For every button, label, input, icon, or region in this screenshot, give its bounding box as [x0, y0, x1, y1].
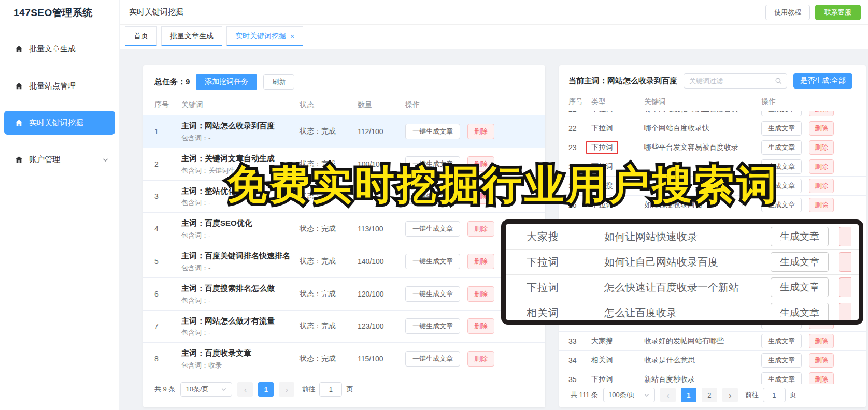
table-row[interactable]: 5 主词：百度关键词排名快速排名 包含词：- 状态：完成 140/100 一键生…: [143, 245, 545, 277]
row-index: 4: [154, 225, 181, 233]
tab-keyword-mining[interactable]: 实时关键词挖掘 ×: [226, 26, 303, 46]
delete-button[interactable]: 删除: [809, 334, 834, 348]
tab-batch-articles[interactable]: 批量文章生成: [161, 26, 222, 46]
delete-button[interactable]: 删除: [809, 353, 834, 368]
delete-button[interactable]: 删除: [809, 179, 834, 193]
chevron-down-icon: [102, 156, 109, 163]
table-row[interactable]: 6 主词：百度搜索排名怎么做 包含词：- 状态：完成 120/100 一键生成文…: [143, 277, 545, 310]
generate-article-button[interactable]: 生成文章: [761, 111, 802, 116]
col-actions: 操作: [405, 100, 534, 110]
table-row[interactable]: 4 主词：百度SEO优化 包含词：- 状态：完成 113/100 一键生成文章 …: [143, 212, 545, 245]
delete-button[interactable]: 删除: [809, 140, 834, 155]
page-size-select[interactable]: 10条/页: [180, 382, 232, 397]
task-title: 主词：网站怎么收录到百度: [181, 120, 300, 131]
topbar: 实时关键词挖掘 使用教程 联系客服: [120, 0, 868, 25]
tutorial-button[interactable]: 使用教程: [765, 5, 810, 20]
total-count-label: 共 111 条: [571, 390, 598, 400]
sidebar-item-batch-articles[interactable]: 批量文章生成: [0, 37, 119, 61]
home-icon: [15, 119, 23, 127]
table-row[interactable]: 7 主词：网站怎么做才有流量 包含词：- 状态：完成 123/100 一键生成文…: [143, 310, 545, 343]
page-size-select[interactable]: 100条/页: [603, 388, 655, 402]
keywords-panel: 当前主词：网站怎么收录到百度 是否生成:全部 序号 类型 关键词 操作 21 下…: [559, 65, 866, 407]
task-title: 主词：百度搜索排名怎么做: [181, 283, 300, 294]
delete-button[interactable]: 删除: [467, 254, 494, 269]
generate-filter-button[interactable]: 是否生成:全部: [793, 73, 852, 89]
refresh-button[interactable]: 刷新: [263, 74, 294, 90]
sidebar-item-keyword-mining[interactable]: 实时关键词挖掘: [4, 111, 115, 135]
delete-button-clipped: [839, 252, 851, 272]
delete-button[interactable]: 删除: [467, 124, 494, 139]
next-page-button[interactable]: ›: [722, 388, 738, 402]
delete-button[interactable]: 删除: [809, 372, 834, 384]
add-mining-task-button[interactable]: 添加挖词任务: [196, 74, 257, 90]
prev-page-button[interactable]: ‹: [237, 382, 253, 397]
generate-articles-button[interactable]: 一键生成文章: [405, 221, 460, 237]
col-status: 状态: [300, 100, 358, 110]
delete-button[interactable]: 删除: [809, 111, 834, 116]
sidebar-item-account[interactable]: 账户管理: [0, 148, 119, 171]
sidebar: 147SEO管理系统 批量文章生成 批量站点管理 实时关键词挖掘 账户管理: [0, 0, 119, 410]
keyword-text: 如何让网站快速收录: [604, 230, 771, 244]
generate-articles-button[interactable]: 一键生成文章: [405, 351, 460, 367]
page-button-1[interactable]: 1: [681, 388, 696, 402]
delete-button[interactable]: 删除: [809, 159, 834, 174]
delete-button[interactable]: 删除: [809, 121, 834, 136]
table-row[interactable]: 8 主词：百度收录文章 包含词：收录 状态：完成 115/100 一键生成文章 …: [143, 342, 545, 375]
delete-button[interactable]: 删除: [467, 351, 494, 367]
generate-article-button[interactable]: 生成文章: [761, 121, 802, 136]
prev-page-button[interactable]: ‹: [660, 388, 676, 402]
task-status: 状态：完成: [300, 289, 358, 299]
overlay-row: 大家搜 如何让网站快速收录 生成文章: [506, 224, 859, 250]
topbar-actions: 使用教程 联系客服: [765, 5, 861, 20]
close-tab-icon[interactable]: ×: [290, 33, 294, 40]
chevron-down-icon: [221, 386, 227, 392]
keyword-type-red-box: 下拉词: [586, 141, 618, 154]
delete-button-clipped: [839, 303, 851, 323]
delete-button[interactable]: 删除: [467, 286, 494, 302]
generate-articles-button[interactable]: 一键生成文章: [405, 254, 460, 269]
keyword-type: 相关词: [591, 356, 644, 365]
page-size-value: 10条/页: [186, 385, 208, 394]
generate-article-button[interactable]: 生成文章: [761, 334, 802, 348]
goto-page-input[interactable]: [763, 388, 786, 402]
row-index: 2: [154, 160, 181, 168]
app-logo: 147SEO管理系统: [13, 6, 93, 20]
row-index: 33: [568, 337, 591, 345]
task-status: 状态：完成: [300, 127, 358, 136]
delete-button[interactable]: 删除: [809, 198, 834, 212]
home-icon: [15, 155, 23, 164]
delete-button[interactable]: 删除: [467, 221, 494, 237]
generate-article-button[interactable]: 生成文章: [761, 372, 802, 384]
generate-article-button[interactable]: 生成文章: [761, 353, 802, 368]
keyword-type: 下拉词: [527, 281, 604, 295]
keywords-header: 当前主词：网站怎么收录到百度 是否生成:全部: [559, 65, 866, 93]
page-unit-label: 页: [346, 385, 353, 394]
table-row[interactable]: 1 主词：网站怎么收录到百度 包含词：- 状态：完成 112/100 一键生成文…: [143, 115, 545, 148]
page-size-value: 100条/页: [608, 390, 635, 400]
task-count: 123/100: [358, 322, 405, 330]
tasks-table-header: 序号 关键词 状态 数量 操作: [143, 95, 545, 115]
tab-home[interactable]: 首页: [125, 26, 157, 46]
delete-button[interactable]: 删除: [467, 318, 494, 334]
keyword-filter-input[interactable]: [684, 74, 771, 88]
next-page-button[interactable]: ›: [279, 382, 294, 397]
keyword-row: 23 下拉词 哪些平台发文容易被百度收录 生成文章 删除: [559, 138, 866, 157]
keyword-type: 相关词: [527, 306, 604, 320]
page-button-2[interactable]: 2: [702, 388, 717, 402]
contact-support-button[interactable]: 联系客服: [815, 5, 861, 20]
task-subtitle: 包含词：-: [181, 134, 300, 143]
goto-page-input[interactable]: [319, 382, 342, 397]
col-index: 序号: [568, 97, 591, 107]
tab-label: 首页: [134, 32, 148, 41]
generate-articles-button[interactable]: 一键生成文章: [405, 318, 460, 334]
page-button-1[interactable]: 1: [258, 382, 274, 397]
generate-article-button[interactable]: 生成文章: [761, 140, 802, 155]
generate-articles-button[interactable]: 一键生成文章: [405, 286, 460, 302]
row-index: 34: [568, 356, 591, 364]
task-status: 状态：完成: [300, 257, 358, 266]
sidebar-item-batch-sites[interactable]: 批量站点管理: [0, 74, 119, 98]
tab-label: 实时关键词挖掘: [235, 32, 286, 41]
goto-label: 前往: [745, 390, 759, 400]
col-keyword: 关键词: [181, 100, 300, 110]
generate-articles-button[interactable]: 一键生成文章: [405, 124, 460, 139]
